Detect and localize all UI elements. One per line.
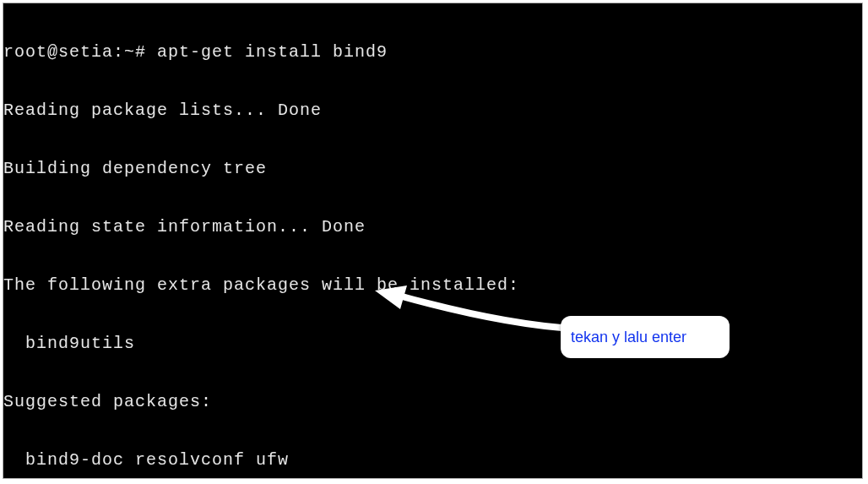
terminal-line: root@setia:~# apt-get install bind9 xyxy=(3,42,761,62)
terminal-line: Reading state information... Done xyxy=(3,217,761,237)
terminal-line: Suggested packages: xyxy=(3,392,761,411)
annotation-callout: tekan y lalu enter xyxy=(561,316,730,358)
terminal-line: Building dependency tree xyxy=(3,159,761,178)
terminal-line: Reading package lists... Done xyxy=(3,101,761,120)
terminal-line: bind9-doc resolvconf ufw xyxy=(3,450,761,470)
annotation-callout-text: tekan y lalu enter xyxy=(571,329,686,345)
terminal-line: The following extra packages will be ins… xyxy=(3,275,761,295)
terminal-output[interactable]: root@setia:~# apt-get install bind9 Read… xyxy=(3,3,761,484)
terminal-window: root@setia:~# apt-get install bind9 Read… xyxy=(3,3,863,479)
